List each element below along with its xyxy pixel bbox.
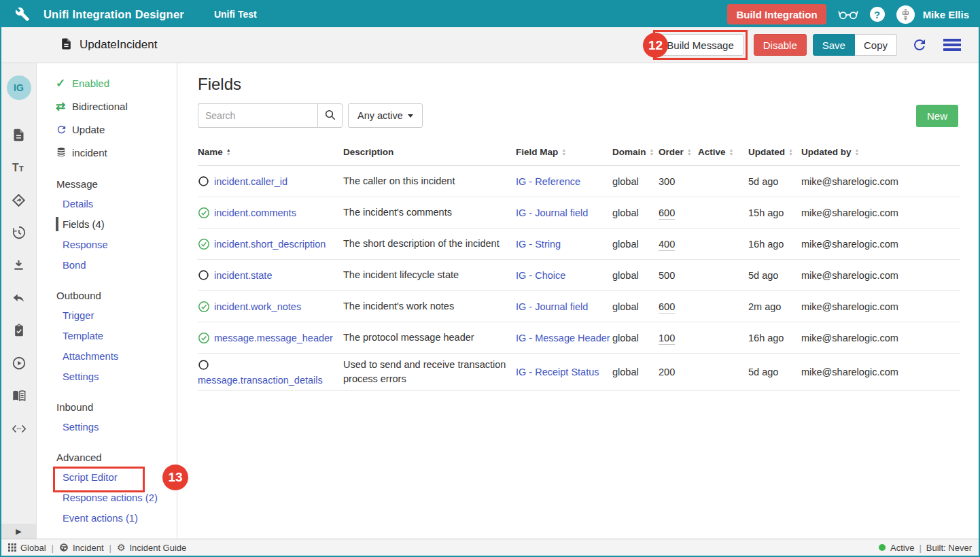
column-header-name[interactable]: Name ▲▼ [198, 147, 343, 157]
glasses-icon[interactable] [838, 9, 858, 20]
field-map-link[interactable]: IG - Message Header [516, 333, 610, 343]
document-icon [60, 37, 73, 53]
nav-status-label: Enabled [72, 78, 109, 89]
field-map-link[interactable]: IG - Reference [516, 176, 580, 187]
user-name[interactable]: Mike Ellis [923, 9, 969, 20]
field-updated-by: mike@sharelogic.com [801, 270, 960, 281]
nav-item-fields-4[interactable]: Fields (4) [37, 214, 177, 235]
column-header-updated-by[interactable]: Updated by ▲▼ [801, 147, 960, 157]
nav-item-settings[interactable]: Settings [37, 367, 177, 387]
field-map-link[interactable]: IG - Journal field [516, 207, 588, 218]
book-icon[interactable] [12, 388, 27, 403]
avatar[interactable] [896, 5, 915, 24]
rail-expand-button[interactable]: ▶ [1, 524, 36, 539]
field-name-link[interactable]: incident.caller_id [214, 176, 287, 187]
icon-rail: IG TT ▶ [1, 63, 37, 539]
document-icon[interactable] [12, 127, 27, 142]
nav-item-bond[interactable]: Bond [37, 255, 177, 275]
tasks-icon[interactable] [12, 323, 27, 338]
field-order[interactable]: 400 [659, 239, 675, 251]
field-domain: global [612, 301, 659, 312]
field-updated: 16h ago [748, 333, 801, 343]
help-icon[interactable]: ? [870, 7, 885, 22]
ig-avatar[interactable]: IG [7, 75, 31, 100]
new-button[interactable]: New [916, 105, 958, 127]
text-format-icon[interactable]: TT [12, 160, 27, 175]
nav-item-response-actions-2[interactable]: Response actions (2) [37, 488, 177, 508]
field-map-link[interactable]: IG - String [516, 239, 561, 250]
field-order[interactable]: 600 [659, 207, 675, 220]
status-bar-item-global[interactable]: Global [8, 543, 46, 553]
active-check-icon [198, 301, 210, 313]
reply-icon[interactable] [12, 290, 27, 305]
build-message-button[interactable]: Build Message [657, 34, 743, 56]
status-bar-left: Global|Incident|⚙Incident Guide [8, 542, 186, 553]
table-body: incident.caller_id The caller on this in… [198, 166, 960, 391]
field-name-link[interactable]: message.transaction_details [198, 375, 323, 386]
column-header-active[interactable]: Active ▲▼ [698, 147, 748, 157]
refresh-icon[interactable] [911, 37, 928, 53]
disable-button[interactable]: Disable [754, 34, 807, 56]
nav-status-label: incident [72, 147, 107, 158]
copy-button[interactable]: Copy [855, 34, 897, 56]
code-icon[interactable] [12, 421, 27, 436]
built-status-label: Built: Never [926, 543, 972, 553]
active-status-label: Active [890, 543, 914, 553]
field-map-link[interactable]: IG - Receipt Status [516, 367, 599, 377]
sort-icon: ▲▼ [855, 148, 860, 156]
field-name-link[interactable]: incident.short_description [214, 239, 326, 250]
column-header-order[interactable]: Order ▲▼ [659, 147, 698, 157]
save-button[interactable]: Save [813, 34, 855, 56]
history-icon[interactable] [12, 225, 27, 240]
column-header-domain[interactable]: Domain ▲▼ [612, 147, 659, 157]
integration-name[interactable]: Unifi Test [214, 9, 257, 20]
field-order[interactable]: 200 [659, 367, 675, 377]
field-name-link[interactable]: message.message_header [214, 333, 333, 343]
build-integration-button[interactable]: Build Integration [727, 4, 826, 24]
nav-item-details[interactable]: Details [37, 194, 177, 214]
field-name-link[interactable]: incident.comments [214, 207, 296, 218]
field-order[interactable]: 500 [659, 270, 675, 281]
nav-item-template[interactable]: Template [37, 326, 177, 346]
field-name-link[interactable]: incident.state [214, 270, 272, 281]
hamburger-menu-icon[interactable] [943, 39, 961, 51]
nav-status-item[interactable]: incident [37, 141, 177, 164]
nav-item-response[interactable]: Response [37, 235, 177, 255]
search-input[interactable] [198, 103, 317, 128]
nav-section: Advanced Script Editor 13 Response actio… [37, 447, 177, 528]
inactive-circle-icon [198, 358, 210, 371]
nav-item-script-editor[interactable]: Script Editor 13 [37, 467, 177, 488]
field-domain: global [612, 239, 659, 250]
field-order[interactable]: 100 [659, 333, 675, 345]
field-order[interactable]: 300 [659, 176, 675, 187]
field-name-link[interactable]: incident.work_notes [214, 301, 301, 312]
nav-status-list: ✓ Enabled ⇄ Bidirectional Update inciden… [37, 71, 177, 164]
field-map-link[interactable]: IG - Journal field [516, 301, 588, 312]
download-icon[interactable] [12, 258, 27, 273]
nav-status-item[interactable]: ✓ Enabled [37, 71, 177, 95]
column-header-description[interactable]: Description [343, 147, 516, 157]
nav-item-attachments[interactable]: Attachments [37, 346, 177, 367]
nav-item-event-actions-1[interactable]: Event actions (1) [37, 508, 177, 528]
nav-item-trigger[interactable]: Trigger [37, 305, 177, 326]
field-order[interactable]: 600 [659, 301, 675, 314]
refresh-icon [56, 124, 72, 135]
column-header-updated[interactable]: Updated ▲▼ [748, 147, 801, 157]
active-filter-dropdown[interactable]: Any active [348, 103, 423, 128]
field-map-link[interactable]: IG - Choice [516, 270, 565, 281]
nav-status-item[interactable]: ⇄ Bidirectional [37, 95, 177, 118]
expand-arrow-icon: ▶ [16, 527, 21, 536]
nav-status-item[interactable]: Update [37, 118, 177, 141]
status-bar-item-incident-guide[interactable]: ⚙Incident Guide [117, 542, 186, 553]
nav-item-settings[interactable]: Settings [37, 417, 177, 437]
column-header-field-map[interactable]: Field Map ▲▼ [516, 147, 612, 157]
status-bar-item-incident[interactable]: Incident [59, 543, 104, 553]
wrench-icon [15, 7, 30, 22]
directions-icon[interactable] [12, 192, 27, 207]
active-status-dot [879, 544, 886, 551]
active-filter-label: Any active [357, 110, 403, 121]
search-button[interactable] [317, 103, 343, 128]
field-domain: global [612, 176, 659, 187]
play-icon[interactable] [12, 356, 27, 371]
field-description: The caller on this incident [343, 174, 516, 188]
